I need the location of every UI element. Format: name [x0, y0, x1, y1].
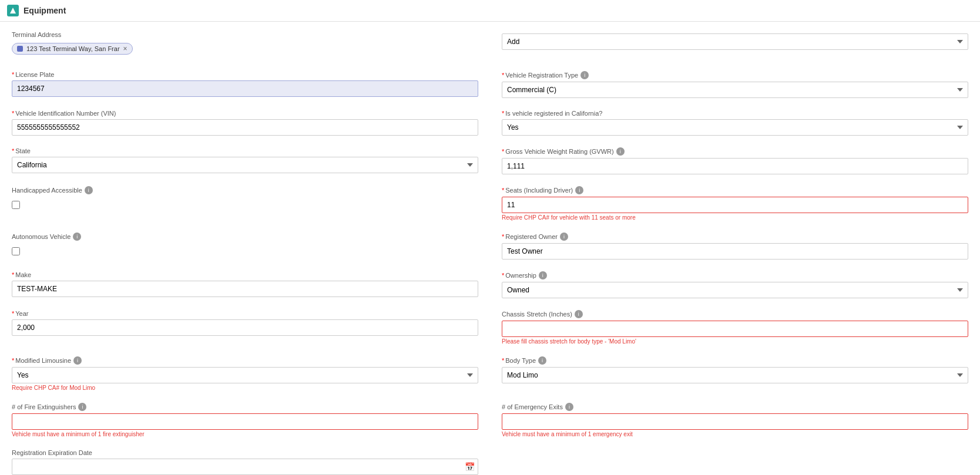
- handicapped-info-icon: i: [85, 186, 93, 194]
- make-input[interactable]: [12, 281, 478, 297]
- year-label: Year: [12, 310, 478, 317]
- registered-owner-input[interactable]: [502, 243, 968, 260]
- chassis-stretch-label: Chassis Stretch (Inches) i: [502, 310, 968, 318]
- header: Equipment: [0, 0, 980, 22]
- make-label: Make: [12, 271, 478, 278]
- state-select[interactable]: California: [12, 157, 478, 173]
- gvwr-label: Gross Vehicle Weight Rating (GVWR) i: [502, 147, 968, 156]
- seats-input[interactable]: [502, 197, 968, 213]
- gvwr-info-icon: i: [616, 147, 625, 156]
- vin-label: Vehicle Identification Number (VIN): [12, 110, 478, 117]
- body-type-select[interactable]: Mod Limo: [502, 367, 968, 383]
- chassis-stretch-info-icon: i: [575, 310, 583, 318]
- license-plate-input[interactable]: [12, 80, 478, 97]
- year-input[interactable]: [12, 319, 478, 336]
- emergency-exits-input[interactable]: [502, 413, 968, 430]
- license-plate-label: License Plate: [12, 71, 478, 78]
- handicapped-label: Handicapped Accessible i: [12, 186, 478, 194]
- state-label: State: [12, 147, 478, 154]
- autonomous-label: Autonomous Vehicle i: [12, 233, 478, 241]
- vehicle-reg-type-info-icon: i: [580, 71, 589, 79]
- modified-limo-error: Require CHP CA# for Mod Limo: [12, 385, 478, 391]
- terminal-tag-close-icon[interactable]: ×: [123, 45, 127, 53]
- registered-owner-label: Registered Owner i: [502, 233, 968, 241]
- modified-limo-info-icon: i: [73, 356, 82, 365]
- autonomous-info-icon: i: [73, 233, 81, 241]
- modified-limo-label: Modified Limousine i: [12, 356, 478, 365]
- seats-label: Seats (Including Driver) i: [502, 186, 968, 194]
- ownership-info-icon: i: [539, 271, 547, 279]
- equipment-icon: [7, 5, 19, 16]
- registered-owner-info-icon: i: [560, 233, 568, 241]
- seats-error: Require CHP CA# for vehicle with 11 seat…: [502, 214, 968, 221]
- terminal-address-section: Terminal Address 123 Test Terminal Way, …: [12, 31, 478, 55]
- gvwr-input[interactable]: [502, 158, 968, 174]
- terminal-tag-text: 123 Test Terminal Way, San Frar: [26, 45, 120, 52]
- reg-exp-date-input[interactable]: [12, 459, 478, 475]
- is-registered-ca-select[interactable]: Yes: [502, 119, 968, 136]
- terminal-tag-dot: [17, 46, 23, 52]
- emergency-exits-error: Vehicle must have a minimum of 1 emergen…: [502, 431, 968, 437]
- autonomous-checkbox[interactable]: [12, 247, 20, 255]
- body-type-info-icon: i: [538, 356, 546, 365]
- vin-input[interactable]: [12, 119, 478, 136]
- emergency-exits-info-icon: i: [565, 403, 573, 411]
- chassis-stretch-input[interactable]: [502, 321, 968, 337]
- calendar-icon: 📅: [465, 462, 475, 471]
- fire-ext-info-icon: i: [78, 403, 86, 411]
- fire-ext-label: # of Fire Extinguishers i: [12, 403, 478, 411]
- handicapped-checkbox[interactable]: [12, 201, 20, 209]
- reg-exp-date-label: Registration Expiration Date: [12, 449, 478, 456]
- seats-info-icon: i: [575, 186, 583, 194]
- vehicle-reg-type-select[interactable]: Commercial (C): [502, 82, 968, 98]
- fire-ext-error: Vehicle must have a minimum of 1 fire ex…: [12, 431, 478, 437]
- vehicle-reg-type-label: Vehicle Registration Type i: [502, 71, 968, 79]
- terminal-address-label: Terminal Address: [12, 31, 478, 38]
- is-registered-ca-label: Is vehicle registered in California?: [502, 110, 968, 117]
- ownership-label: Ownership i: [502, 271, 968, 279]
- body-type-label: Body Type i: [502, 356, 968, 365]
- terminal-tag: 123 Test Terminal Way, San Frar ×: [12, 43, 133, 55]
- ownership-select[interactable]: Owned: [502, 282, 968, 298]
- modified-limo-select[interactable]: Yes: [12, 367, 478, 383]
- emergency-exits-label: # of Emergency Exits i: [502, 403, 968, 411]
- chassis-stretch-error: Please fill chassis stretch for body typ…: [502, 338, 968, 345]
- entry-type-select[interactable]: Add: [502, 33, 968, 50]
- page-title: Equipment: [24, 6, 66, 15]
- fire-ext-input[interactable]: [12, 413, 478, 430]
